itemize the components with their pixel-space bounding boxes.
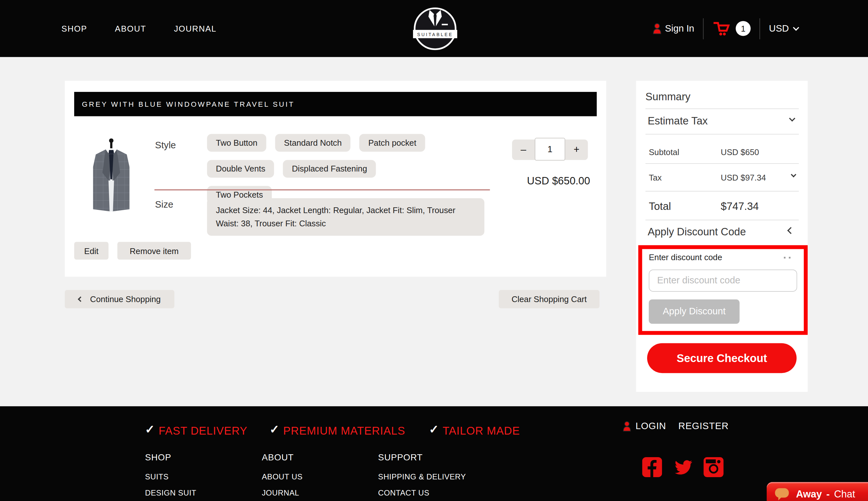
chat-status: Away <box>796 488 822 500</box>
feature-tailor-made: ✓ TAILOR MADE <box>429 423 520 438</box>
product-title: GREY WITH BLUE WINDOWPANE TRAVEL SUIT <box>74 100 295 108</box>
summary-title: Summary <box>645 91 691 103</box>
chevron-down-icon[interactable] <box>789 115 795 121</box>
site-footer: ✓ FAST DELIVERY ✓ PREMIUM MATERIALS ✓ TA… <box>0 406 868 501</box>
chat-label: Chat <box>834 488 855 500</box>
style-option-two-button[interactable]: Two Button <box>207 134 266 151</box>
discount-code-input[interactable] <box>649 269 797 292</box>
footer-heading-support[interactable]: SUPPORT <box>378 452 466 463</box>
browser-viewport: SHOP ABOUT JOURNAL SUITABLEE <box>0 0 868 501</box>
quantity-increase-button[interactable]: + <box>565 144 588 156</box>
login-link[interactable]: LOGIN <box>635 421 666 432</box>
order-summary-card: Summary Estimate Tax Subtotal USD $650 T… <box>636 81 808 392</box>
apply-discount-button[interactable]: Apply Discount <box>649 299 740 324</box>
chat-divider: - <box>826 488 829 500</box>
footer-heading-shop[interactable]: SHOP <box>145 452 196 463</box>
discount-code-label: Enter discount code <box>649 253 722 262</box>
twitter-icon[interactable] <box>673 457 693 477</box>
person-icon <box>623 421 631 432</box>
footer-link-contact-us[interactable]: CONTACT US <box>378 488 466 497</box>
site-header: SHOP ABOUT JOURNAL SUITABLEE <box>0 0 868 57</box>
footer-link-shipping-delivery[interactable]: SHIPPING & DELIVERY <box>378 472 466 481</box>
facebook-icon[interactable] <box>642 457 662 477</box>
quantity-stepper: – + <box>512 140 588 160</box>
clear-cart-button[interactable]: Clear Shopping Cart <box>499 290 599 309</box>
divider <box>645 163 799 164</box>
feature-label: PREMIUM MATERIALS <box>283 423 405 438</box>
apply-discount-toggle[interactable]: Apply Discount Code <box>648 226 746 238</box>
edit-button[interactable]: Edit <box>74 242 108 259</box>
header-divider <box>760 18 760 39</box>
checkmark-icon: ✓ <box>429 423 439 436</box>
checkmark-icon: ✓ <box>145 423 155 436</box>
footer-link-journal[interactable]: JOURNAL <box>262 488 303 497</box>
feature-premium-materials: ✓ PREMIUM MATERIALS <box>270 423 405 438</box>
chevron-down-icon <box>793 24 799 30</box>
total-value: $747.34 <box>721 200 759 212</box>
instagram-icon[interactable] <box>704 457 724 477</box>
cart-icon <box>712 21 730 37</box>
chevron-left-icon[interactable] <box>787 227 794 234</box>
style-option-displaced-fastening[interactable]: Displaced Fastening <box>283 160 376 178</box>
person-icon <box>653 23 661 34</box>
quantity-input[interactable] <box>535 138 565 160</box>
style-size-divider <box>154 189 490 190</box>
product-title-bar: GREY WITH BLUE WINDOWPANE TRAVEL SUIT <box>74 92 597 116</box>
chat-widget[interactable]: Away - Chat <box>767 482 868 501</box>
suitablee-logo[interactable]: SUITABLEE <box>413 7 457 51</box>
divider <box>645 134 799 135</box>
footer-link-suits[interactable]: SUITS <box>145 472 196 481</box>
header-divider <box>703 18 704 39</box>
style-option-double-vents[interactable]: Double Vents <box>207 160 274 178</box>
size-label: Size <box>155 199 173 210</box>
cart-count-badge: 1 <box>736 21 751 36</box>
social-links <box>642 457 724 477</box>
style-label: Style <box>155 140 176 151</box>
cart-item-card: GREY WITH BLUE WINDOWPANE TRAVEL SUIT <box>65 81 606 277</box>
continue-shopping-label: Continue Shopping <box>90 294 161 304</box>
nav-about[interactable]: ABOUT <box>115 24 146 33</box>
feature-label: FAST DELIVERY <box>159 423 247 438</box>
size-value: Jacket Size: 44, Jacket Length: Regular,… <box>207 198 484 236</box>
sign-in-button[interactable]: Sign In <box>653 23 694 34</box>
register-link[interactable]: REGISTER <box>678 421 729 432</box>
footer-column-about: ABOUT ABOUT US JOURNAL <box>262 452 303 501</box>
chat-bubble-icon <box>774 488 789 501</box>
subtotal-value: USD $650 <box>721 147 759 157</box>
subtotal-label: Subtotal <box>649 147 679 157</box>
footer-link-about-us[interactable]: ABOUT US <box>262 472 303 481</box>
nav-shop[interactable]: SHOP <box>62 24 87 33</box>
estimate-tax-toggle[interactable]: Estimate Tax <box>648 115 708 127</box>
svg-text:SUITABLEE: SUITABLEE <box>417 32 453 37</box>
footer-column-shop: SHOP SUITS DESIGN SUIT <box>145 452 196 501</box>
suit-image <box>89 138 134 217</box>
product-image <box>89 138 134 217</box>
footer-link-design-suit[interactable]: DESIGN SUIT <box>145 488 196 497</box>
feature-fast-delivery: ✓ FAST DELIVERY <box>145 423 247 438</box>
header-actions: Sign In 1 USD <box>653 0 798 57</box>
currency-label: USD <box>769 23 789 34</box>
chevron-down-icon[interactable] <box>791 172 796 177</box>
quantity-decrease-button[interactable]: – <box>512 144 535 156</box>
footer-heading-about[interactable]: ABOUT <box>262 452 303 463</box>
continue-shopping-button[interactable]: Continue Shopping <box>65 290 174 309</box>
divider <box>645 109 799 109</box>
logo-icon: SUITABLEE <box>413 7 457 51</box>
style-option-standard-notch[interactable]: Standard Notch <box>275 134 351 151</box>
secure-checkout-button[interactable]: Secure Checkout <box>647 343 797 373</box>
footer-auth: LOGIN REGISTER <box>623 421 728 432</box>
chevron-left-icon <box>78 296 83 302</box>
item-price: USD $650.00 <box>527 175 590 187</box>
dots-decoration <box>784 257 794 259</box>
total-label: Total <box>649 200 671 212</box>
currency-selector[interactable]: USD <box>769 23 799 34</box>
divider <box>645 191 799 192</box>
main-nav: SHOP ABOUT JOURNAL <box>62 0 217 57</box>
footer-column-support: SUPPORT SHIPPING & DELIVERY CONTACT US <box>378 452 466 501</box>
nav-journal[interactable]: JOURNAL <box>174 24 216 33</box>
sign-in-label: Sign In <box>665 23 694 34</box>
tax-value: USD $97.34 <box>721 173 766 182</box>
remove-item-button[interactable]: Remove item <box>117 242 191 259</box>
cart-button[interactable]: 1 <box>712 21 751 37</box>
style-option-patch-pocket[interactable]: Patch pocket <box>360 134 425 151</box>
